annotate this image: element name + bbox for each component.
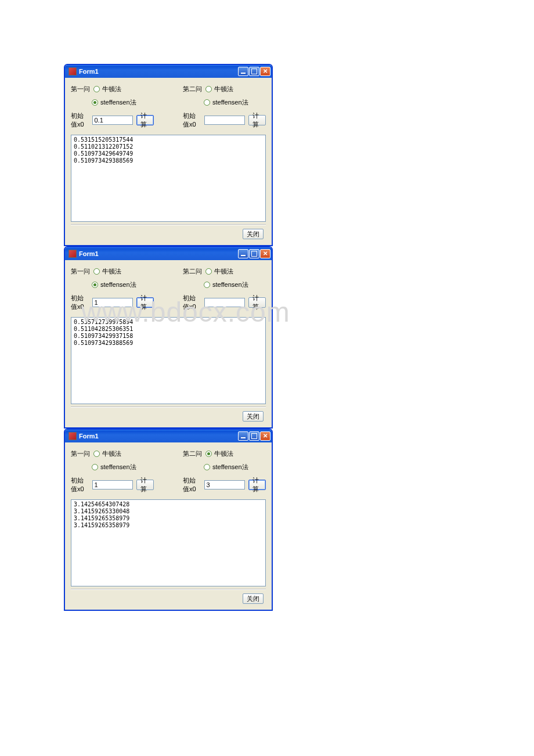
maximize-button[interactable]: [249, 249, 259, 258]
q2-compute-button[interactable]: 计算: [248, 297, 266, 308]
question1-column: 第一问 牛顿法 steffensen法 初始值x0: [71, 85, 154, 129]
q1-x0-label: 初始值x0: [71, 111, 89, 129]
bottom-bar: 关闭: [71, 225, 266, 240]
question1-column: 第一问 牛顿法 steffensen法 初始值x0: [71, 449, 154, 494]
q1-compute-button[interactable]: 计算: [136, 480, 154, 490]
bottom-bar: 关闭: [71, 590, 266, 605]
question2-column: 第二问 牛顿法 steffensen法 初始值x0: [183, 267, 266, 311]
maximize-button[interactable]: [249, 67, 259, 76]
q2-radio-newton[interactable]: 牛顿法: [205, 267, 233, 276]
minimize-button[interactable]: [238, 249, 248, 258]
q1-compute-button[interactable]: 计算: [136, 115, 154, 125]
q1-radio-newton[interactable]: 牛顿法: [93, 85, 121, 93]
bottom-bar: 关闭: [71, 408, 266, 423]
q1-compute-button[interactable]: 计算: [136, 297, 154, 308]
app-icon: [68, 432, 77, 440]
close-button[interactable]: 关闭: [243, 229, 264, 239]
q1-x0-input[interactable]: [92, 116, 133, 125]
window: Form1 第一问 牛顿法: [64, 64, 273, 246]
radio-icon: [92, 464, 98, 470]
radio-icon: [93, 86, 100, 92]
q2-radio-steffensen[interactable]: steffensen法: [204, 280, 248, 289]
app-icon: [68, 67, 77, 75]
radio-icon: [93, 451, 100, 457]
close-window-button[interactable]: [260, 67, 270, 76]
titlebar[interactable]: Form1: [65, 65, 272, 78]
q1-x0-input[interactable]: [92, 480, 133, 489]
radio-label: steffensen法: [100, 98, 136, 107]
window-title: Form1: [79, 68, 99, 75]
window-controls: [238, 431, 270, 441]
q2-radio-steffensen[interactable]: steffensen法: [204, 98, 248, 107]
q2-x0-input[interactable]: [204, 116, 245, 125]
q1-label: 第一问: [71, 267, 90, 276]
radio-icon: [205, 451, 212, 457]
q1-radio-steffensen[interactable]: steffensen法: [92, 280, 136, 289]
radio-icon: [93, 268, 100, 275]
controls-row: 第一问 牛顿法 steffensen法 初始值x0: [71, 267, 266, 311]
radio-icon: [205, 86, 212, 92]
minimize-button[interactable]: [238, 431, 248, 441]
radio-label: 牛顿法: [102, 449, 121, 458]
radio-icon: [204, 282, 210, 288]
close-window-button[interactable]: [260, 249, 270, 258]
radio-icon: [92, 99, 98, 106]
titlebar[interactable]: Form1: [65, 247, 272, 260]
q2-compute-button[interactable]: 计算: [248, 115, 266, 125]
window-title: Form1: [79, 250, 99, 257]
q2-x0-input[interactable]: [204, 298, 245, 307]
q1-radio-newton[interactable]: 牛顿法: [93, 449, 121, 458]
window: Form1 第一问 牛顿法: [64, 429, 273, 611]
maximize-button[interactable]: [249, 431, 259, 441]
radio-label: 牛顿法: [214, 267, 233, 276]
window-title: Form1: [79, 433, 99, 440]
q1-x0-input[interactable]: [92, 298, 133, 307]
radio-label: steffensen法: [212, 98, 248, 107]
window-body: 第一问 牛顿法 steffensen法 初始值x0: [65, 260, 272, 427]
radio-icon: [205, 268, 212, 275]
q1-label: 第一问: [71, 449, 90, 458]
windows-stack: Form1 第一问 牛顿法: [64, 64, 273, 611]
q1-radio-steffensen[interactable]: steffensen法: [92, 463, 136, 471]
radio-label: 牛顿法: [214, 449, 233, 458]
window-controls: [238, 67, 270, 76]
close-button[interactable]: 关闭: [243, 411, 264, 422]
q1-label: 第一问: [71, 85, 90, 93]
q1-x0-label: 初始值x0: [71, 294, 89, 311]
radio-icon: [204, 464, 210, 470]
question2-column: 第二问 牛顿法 steffensen法 初始值x0: [183, 85, 266, 129]
radio-label: steffensen法: [100, 280, 136, 289]
close-button[interactable]: 关闭: [243, 593, 264, 604]
output-textarea[interactable]: 0.531515205317544 0.511021312207152 0.51…: [71, 135, 266, 222]
q1-radio-newton[interactable]: 牛顿法: [93, 267, 121, 276]
q2-radio-newton[interactable]: 牛顿法: [205, 449, 233, 458]
q2-radio-steffensen[interactable]: steffensen法: [204, 463, 248, 471]
window-body: 第一问 牛顿法 steffensen法 初始值x0: [65, 442, 272, 610]
q2-x0-label: 初始值x0: [183, 476, 201, 494]
window-body: 第一问 牛顿法 steffensen法 初始值x0: [65, 78, 272, 245]
app-icon: [68, 250, 77, 258]
q2-x0-input[interactable]: [204, 480, 245, 489]
q2-label: 第二问: [183, 267, 202, 276]
controls-row: 第一问 牛顿法 steffensen法 初始值x0: [71, 85, 266, 129]
output-textarea[interactable]: 3.14254654307428 3.14159265330048 3.1415…: [71, 499, 266, 586]
q2-x0-label: 初始值x0: [183, 294, 201, 311]
q2-x0-label: 初始值x0: [183, 111, 201, 129]
minimize-button[interactable]: [238, 67, 248, 76]
q2-label: 第二问: [183, 449, 202, 458]
radio-label: 牛顿法: [102, 267, 121, 276]
close-window-button[interactable]: [260, 431, 270, 441]
controls-row: 第一问 牛顿法 steffensen法 初始值x0: [71, 449, 266, 494]
radio-label: steffensen法: [100, 463, 136, 471]
q2-radio-newton[interactable]: 牛顿法: [205, 85, 233, 93]
titlebar-left: Form1: [68, 67, 99, 75]
titlebar[interactable]: Form1: [65, 430, 272, 442]
window-controls: [238, 249, 270, 258]
output-textarea[interactable]: 0.535712739975894 0.511042825306351 0.51…: [71, 317, 266, 404]
titlebar-left: Form1: [68, 250, 99, 258]
radio-label: 牛顿法: [214, 85, 233, 93]
radio-label: 牛顿法: [102, 85, 121, 93]
q1-x0-label: 初始值x0: [71, 476, 89, 494]
q2-compute-button[interactable]: 计算: [248, 480, 266, 490]
q1-radio-steffensen[interactable]: steffensen法: [92, 98, 136, 107]
